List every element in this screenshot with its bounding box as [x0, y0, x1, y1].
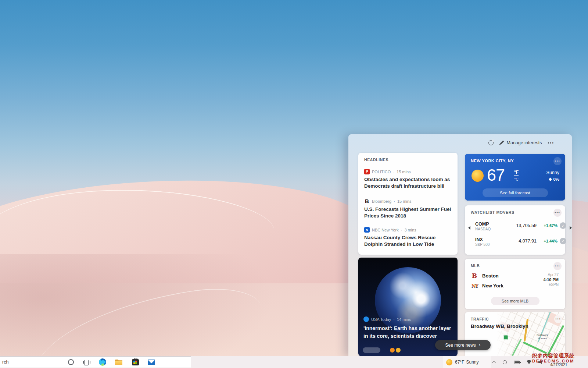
refresh-icon[interactable]	[488, 140, 494, 145]
news-time: 3 mins	[404, 228, 416, 232]
nbc-new-york-logo-icon: N	[364, 227, 370, 233]
headlines-card: HEADLINES P POLITICO · 15 mins Obstacles…	[358, 153, 458, 255]
file-explorer-icon	[115, 360, 122, 365]
news-interests-panel: Manage interests ••• HEADLINES P POLITIC…	[348, 134, 572, 356]
taskbar-sun-icon	[446, 359, 452, 365]
unit-celsius[interactable]: °C	[514, 177, 519, 181]
news-time: 15 mins	[397, 170, 411, 174]
cortana-button[interactable]	[65, 356, 77, 368]
story-meta: USA Today · 14 mins	[363, 316, 411, 322]
desktop: Manage interests ••• HEADLINES P POLITIC…	[0, 0, 588, 368]
tray-status-icon[interactable]	[503, 360, 507, 364]
see-more-news-button[interactable]: See more news ›	[435, 340, 491, 350]
ticker-change: +1.44%	[538, 239, 557, 243]
news-meta: N NBC New York · 3 mins	[364, 227, 452, 233]
mlb-more-button[interactable]: •••	[553, 262, 562, 270]
cortana-icon	[68, 359, 74, 365]
pencil-icon	[499, 141, 504, 145]
mets-logo-icon: NY	[471, 283, 478, 289]
taskbar: rch 67°F Sunny 4/27/2021	[0, 356, 588, 368]
search-input[interactable]: rch	[0, 356, 191, 368]
taskbar-weather-button[interactable]: 67°F Sunny	[443, 356, 491, 368]
battery-icon[interactable]	[514, 361, 520, 364]
ticker-index: S&P 500	[475, 243, 490, 247]
carousel-right-icon[interactable]	[570, 226, 572, 230]
news-item[interactable]: P POLITICO · 15 mins Obstacles and expec…	[364, 169, 452, 190]
mlb-title: MLB	[471, 263, 480, 268]
home-team-name: New York	[482, 283, 503, 289]
weather-summary: Sunny 0%	[546, 170, 559, 181]
weather-temp: 67	[487, 166, 505, 185]
watchlist-card: WATCHLIST MOVERS ••• COMP NASDAQ 13,705.…	[465, 205, 565, 255]
red-sox-logo-icon: B	[471, 272, 478, 279]
news-meta: P POLITICO · 15 mins	[364, 169, 452, 174]
news-headline: Nassau County Crews Rescue Dolphin Stran…	[364, 234, 452, 248]
news-headline: U.S. Forecasts Highest Summer Fuel Price…	[364, 206, 452, 219]
weather-card[interactable]: NEW YORK CITY, NY ••• 67 °F °C Sunny 0% …	[465, 154, 565, 201]
weather-condition: Sunny	[546, 170, 559, 175]
more-icon: •••	[555, 318, 561, 321]
watermark-line1: 织梦内容管理系统	[532, 353, 576, 358]
manage-interests-button[interactable]: Manage interests	[499, 140, 542, 145]
politico-logo-icon: P	[364, 169, 370, 174]
watchlist-row[interactable]: INX S&P 500 4,077.91 +1.44% ✓	[465, 237, 565, 249]
wifi-icon[interactable]	[527, 360, 531, 364]
panel-more-icon[interactable]: •••	[548, 141, 554, 145]
news-headline: Obstacles and expectations loom as Democ…	[364, 176, 452, 190]
check-icon[interactable]: ✓	[560, 238, 566, 244]
emoji-reaction-icon[interactable]	[396, 348, 401, 353]
meta-separator: ·	[401, 228, 402, 232]
see-more-news-label: See more news	[445, 343, 476, 348]
reaction-pill[interactable]	[363, 347, 380, 353]
traffic-more-button[interactable]: •••	[554, 315, 562, 323]
game-info: Apr 27 4:10 PM ESPN	[543, 273, 559, 287]
emoji-reaction-icon[interactable]	[390, 348, 395, 353]
news-source: Bloomberg	[372, 199, 391, 204]
meta-separator: ·	[393, 317, 395, 322]
unit-fahrenheit[interactable]: °F	[514, 170, 519, 176]
usa-today-logo-icon	[363, 316, 369, 322]
more-icon: •••	[555, 160, 560, 163]
earth-clouds	[375, 267, 441, 333]
story-source: USA Today	[371, 317, 391, 322]
weather-location: NEW YORK CITY, NY	[471, 159, 514, 163]
panel-header: Manage interests •••	[488, 139, 554, 147]
ticker-change: +1.67%	[538, 223, 557, 228]
traffic-title: TRAFFIC	[471, 317, 489, 321]
mlb-home-row[interactable]: NY New York	[471, 283, 503, 289]
map-road	[523, 342, 547, 354]
store-button[interactable]	[129, 356, 141, 368]
more-icon: •••	[555, 211, 560, 215]
sun-icon	[472, 170, 484, 182]
map-place-label: Bushwick Houses	[533, 333, 552, 340]
news-source: NBC New York	[372, 228, 399, 232]
ticker-value: 13,705.59	[500, 223, 537, 228]
traffic-status-icon	[503, 335, 508, 340]
watermark-line2: DEDECMS.COM	[532, 358, 576, 364]
story-headline: 'Innermost': Earth has another layer in …	[363, 325, 453, 340]
see-full-forecast-button[interactable]: See full forecast	[483, 188, 548, 197]
watchlist-row[interactable]: COMP NASDAQ 13,705.59 +1.67% ✓	[465, 222, 565, 233]
news-item[interactable]: B Bloomberg · 15 mins U.S. Forecasts Hig…	[364, 198, 452, 219]
manage-interests-label: Manage interests	[507, 140, 542, 145]
task-view-button[interactable]	[80, 356, 92, 368]
task-view-icon	[83, 360, 89, 365]
news-item[interactable]: N NBC New York · 3 mins Nassau County Cr…	[364, 227, 452, 248]
file-explorer-button[interactable]	[112, 356, 125, 368]
check-icon[interactable]: ✓	[560, 222, 566, 229]
weather-more-button[interactable]: •••	[553, 157, 562, 165]
story-time: 14 mins	[397, 317, 411, 322]
mlb-card: MLB ••• B Boston NY New York Apr 27 4:10…	[465, 259, 565, 309]
see-more-mlb-button[interactable]: See more MLB	[491, 297, 539, 305]
news-source: POLITICO	[372, 170, 391, 174]
traffic-headline: Broadway WB, Brooklyn	[471, 323, 550, 329]
ticker-value: 4,077.91	[500, 238, 537, 244]
map-road	[544, 325, 564, 356]
away-team-name: Boston	[482, 273, 499, 279]
watchlist-more-button[interactable]: •••	[553, 209, 562, 217]
mlb-away-row[interactable]: B Boston	[471, 272, 499, 279]
mail-button[interactable]	[145, 356, 158, 368]
show-hidden-icons-icon[interactable]	[492, 361, 496, 364]
edge-button[interactable]	[96, 356, 109, 368]
map-road	[524, 319, 529, 342]
